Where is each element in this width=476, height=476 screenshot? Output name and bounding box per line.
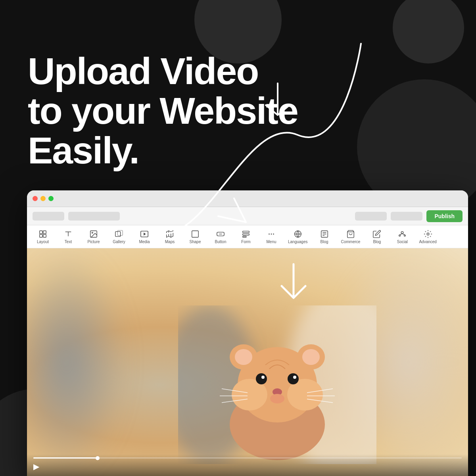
commerce-icon: [346, 230, 355, 238]
picture-label: Picture: [87, 240, 100, 244]
svg-point-29: [401, 231, 404, 234]
form-icon: [242, 230, 250, 238]
browser-titlebar: [27, 190, 468, 207]
layout-icon: [38, 230, 47, 238]
social-icon: [398, 230, 407, 238]
toolbar-item-blog[interactable]: Blog: [312, 228, 337, 246]
publish-button[interactable]: Publish: [426, 210, 463, 222]
toolbar-item-media[interactable]: Media: [132, 228, 157, 246]
nav-placeholder-2: [355, 212, 387, 221]
address-bar-placeholder: [68, 212, 120, 221]
svg-rect-14: [192, 230, 199, 237]
blog2-label: Blog: [373, 240, 381, 244]
svg-point-46: [288, 373, 299, 384]
toolbar-item-shape[interactable]: Shape: [182, 228, 208, 246]
svg-point-31: [404, 234, 406, 236]
nav-placeholder-3: [391, 212, 422, 221]
video-area: ▶: [27, 248, 468, 476]
bg-blur-left: [27, 248, 126, 476]
maps-label: Maps: [165, 240, 175, 244]
toolbar-item-menu[interactable]: Menu: [259, 228, 284, 246]
svg-rect-8: [115, 231, 121, 236]
toolbar-item-maps[interactable]: Maps: [157, 228, 182, 246]
svg-point-42: [302, 349, 320, 365]
browser-window: Publish Layout Text: [27, 190, 468, 476]
shape-icon: [191, 230, 200, 238]
toolbar-item-blog2[interactable]: Blog: [364, 228, 390, 246]
svg-point-7: [92, 232, 93, 233]
traffic-light-green[interactable]: [48, 196, 54, 201]
toolbar-item-commerce[interactable]: Commerce: [337, 228, 365, 246]
video-down-arrow: [270, 260, 317, 308]
maps-icon: [165, 230, 174, 238]
svg-point-57: [250, 432, 273, 448]
svg-point-58: [282, 432, 304, 448]
advanced-label: Advanced: [419, 240, 436, 244]
hero-text-block: Upload Video to your Website Easily.: [28, 52, 298, 170]
hamster-illustration: [178, 305, 376, 464]
toolbar-item-form[interactable]: Form: [233, 228, 259, 246]
svg-rect-17: [243, 231, 250, 232]
svg-marker-11: [144, 232, 146, 235]
video-thumbnail: [27, 248, 468, 476]
menu-label: Menu: [266, 240, 276, 244]
social-label: Social: [397, 240, 408, 244]
toolbar-item-text[interactable]: Text: [56, 228, 81, 246]
svg-line-32: [400, 234, 402, 235]
toolbar-item-picture[interactable]: Picture: [81, 228, 106, 246]
decorative-circle-right: [393, 0, 464, 63]
browser-toolbar: Publish: [27, 207, 468, 225]
toolbar-item-gallery[interactable]: Gallery: [106, 228, 132, 246]
svg-point-48: [293, 376, 296, 379]
video-progress-dot: [96, 456, 100, 460]
advanced-icon: [424, 230, 432, 238]
icon-toolbar: Layout Text Picture Gallery: [27, 225, 468, 248]
languages-icon: [294, 230, 302, 238]
form-label: Form: [241, 240, 250, 244]
gallery-label: Gallery: [113, 240, 125, 244]
blog2-icon: [372, 230, 381, 238]
blog-label: Blog: [320, 240, 328, 244]
svg-point-50: [270, 394, 284, 403]
traffic-light-red[interactable]: [33, 196, 38, 201]
svg-point-47: [261, 376, 265, 379]
svg-rect-1: [43, 230, 46, 233]
toolbar-item-button[interactable]: Button: [208, 228, 233, 246]
toolbar-item-layout[interactable]: Layout: [30, 228, 56, 246]
button-icon: [216, 230, 225, 238]
video-progress-bar[interactable]: [33, 457, 462, 459]
svg-rect-19: [243, 236, 246, 237]
media-label: Media: [139, 240, 150, 244]
languages-label: Languages: [288, 240, 308, 244]
svg-rect-3: [43, 234, 46, 237]
svg-line-33: [402, 234, 405, 235]
traffic-light-yellow[interactable]: [40, 196, 46, 201]
nav-placeholder-1: [33, 212, 64, 221]
svg-rect-0: [40, 230, 42, 233]
video-progress-fill: [33, 457, 98, 459]
toolbar-item-social[interactable]: Social: [390, 228, 415, 246]
svg-point-40: [235, 349, 252, 365]
svg-point-45: [256, 373, 267, 384]
picture-icon: [89, 230, 98, 238]
svg-point-34: [427, 233, 429, 235]
menu-icon: [267, 230, 276, 238]
commerce-label: Commerce: [341, 240, 361, 244]
toolbar-item-advanced[interactable]: Advanced: [415, 228, 440, 246]
media-icon: [140, 230, 149, 238]
play-button[interactable]: ▶: [33, 462, 462, 471]
toolbar-item-languages[interactable]: Languages: [284, 228, 312, 246]
svg-rect-2: [40, 234, 42, 237]
button-label: Button: [215, 240, 226, 244]
gallery-icon: [115, 230, 123, 238]
svg-rect-18: [243, 234, 250, 235]
blog-icon: [320, 230, 329, 238]
video-controls: ▶: [27, 454, 468, 476]
text-label: Text: [65, 240, 72, 244]
shape-label: Shape: [190, 240, 201, 244]
layout-label: Layout: [37, 240, 49, 244]
hero-heading: Upload Video to your Website Easily.: [28, 52, 298, 170]
svg-point-30: [399, 234, 401, 236]
text-icon: [64, 230, 73, 238]
svg-rect-9: [117, 230, 123, 235]
